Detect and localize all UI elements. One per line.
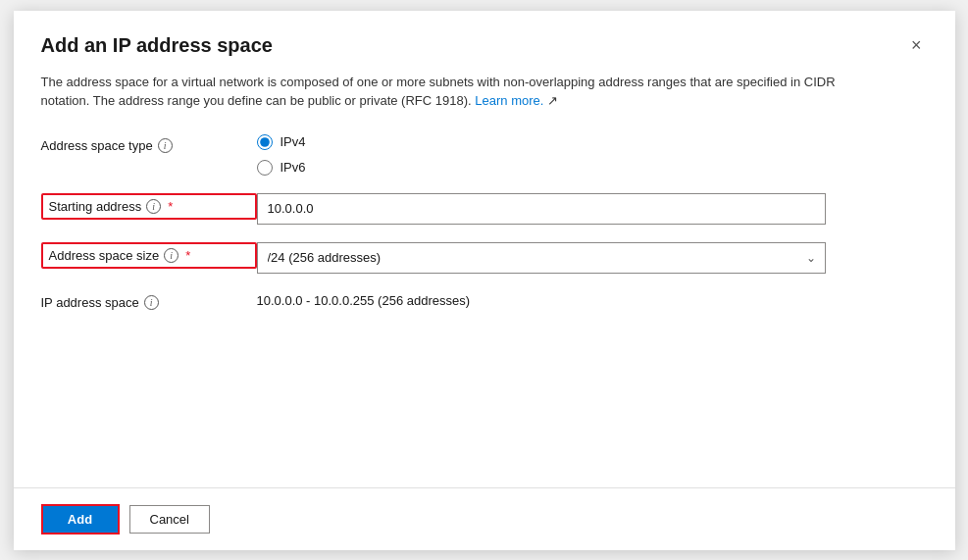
address-space-size-label: Address space size i * [41, 242, 257, 269]
starting-address-label: Starting address i * [41, 193, 257, 220]
address-space-size-control: /24 (256 addresses) /25 (128 addresses) … [257, 242, 928, 274]
starting-address-input[interactable] [257, 193, 826, 225]
dialog-title: Add an IP address space [41, 34, 273, 57]
address-space-type-row: Address space type i IPv4 IPv6 [41, 134, 928, 176]
address-space-type-radio-group: IPv4 IPv6 [257, 134, 928, 176]
dialog-header: Add an IP address space × [41, 34, 928, 57]
address-space-type-label: Address space type i [41, 134, 257, 153]
description-text: The address space for a virtual network … [41, 73, 885, 111]
starting-address-row: Starting address i * [41, 193, 928, 225]
ipv6-radio-option[interactable]: IPv6 [257, 160, 928, 176]
ipv4-radio-option[interactable]: IPv4 [257, 134, 928, 150]
address-space-size-info-icon[interactable]: i [164, 248, 178, 263]
ipv4-label: IPv4 [280, 134, 306, 149]
cancel-button[interactable]: Cancel [129, 505, 210, 534]
starting-address-required: * [168, 199, 173, 214]
address-space-type-control: IPv4 IPv6 [257, 134, 928, 176]
ip-address-space-label: IP address space i [41, 291, 257, 310]
ip-address-space-info-icon[interactable]: i [144, 295, 159, 310]
address-space-type-info-icon[interactable]: i [158, 138, 173, 153]
dialog-footer: Add Cancel [14, 487, 955, 550]
learn-more-link[interactable]: Learn more. [475, 93, 543, 108]
address-space-size-row: Address space size i * /24 (256 addresse… [41, 242, 928, 274]
address-space-size-required: * [185, 248, 190, 263]
ipv6-radio[interactable] [257, 160, 273, 176]
ipv4-radio[interactable] [257, 134, 273, 150]
close-button[interactable]: × [905, 34, 928, 56]
starting-address-control [257, 193, 928, 225]
ip-address-space-value: 10.0.0.0 - 10.0.0.255 (256 addresses) [257, 287, 471, 308]
ip-address-space-value-container: 10.0.0.0 - 10.0.0.255 (256 addresses) [257, 291, 928, 309]
ip-address-space-row: IP address space i 10.0.0.0 - 10.0.0.255… [41, 291, 928, 323]
address-space-size-select[interactable]: /24 (256 addresses) /25 (128 addresses) … [257, 242, 826, 274]
starting-address-info-icon[interactable]: i [146, 199, 161, 214]
add-ip-address-space-dialog: Add an IP address space × The address sp… [14, 11, 955, 550]
ipv6-label: IPv6 [280, 160, 306, 175]
add-button[interactable]: Add [41, 504, 120, 535]
address-space-size-select-wrapper: /24 (256 addresses) /25 (128 addresses) … [257, 242, 826, 274]
